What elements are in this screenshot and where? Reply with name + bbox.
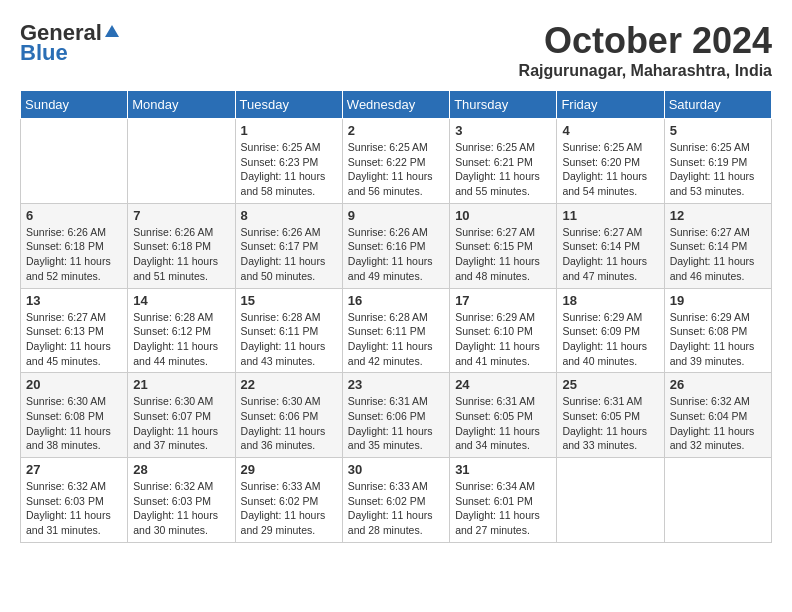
- day-number: 7: [133, 208, 229, 223]
- day-number: 9: [348, 208, 444, 223]
- day-number: 13: [26, 293, 122, 308]
- table-row: 28Sunrise: 6:32 AMSunset: 6:03 PMDayligh…: [128, 458, 235, 543]
- day-info: Sunrise: 6:30 AMSunset: 6:08 PMDaylight:…: [26, 394, 122, 453]
- table-row: 18Sunrise: 6:29 AMSunset: 6:09 PMDayligh…: [557, 288, 664, 373]
- day-info: Sunrise: 6:27 AMSunset: 6:14 PMDaylight:…: [670, 225, 766, 284]
- day-number: 15: [241, 293, 337, 308]
- day-info: Sunrise: 6:26 AMSunset: 6:17 PMDaylight:…: [241, 225, 337, 284]
- table-row: [128, 119, 235, 204]
- table-row: 4Sunrise: 6:25 AMSunset: 6:20 PMDaylight…: [557, 119, 664, 204]
- table-row: 24Sunrise: 6:31 AMSunset: 6:05 PMDayligh…: [450, 373, 557, 458]
- table-row: 27Sunrise: 6:32 AMSunset: 6:03 PMDayligh…: [21, 458, 128, 543]
- table-row: [21, 119, 128, 204]
- day-number: 19: [670, 293, 766, 308]
- table-row: 6Sunrise: 6:26 AMSunset: 6:18 PMDaylight…: [21, 203, 128, 288]
- title-block: October 2024 Rajgurunagar, Maharashtra, …: [519, 20, 772, 80]
- day-number: 29: [241, 462, 337, 477]
- col-monday: Monday: [128, 91, 235, 119]
- table-row: 14Sunrise: 6:28 AMSunset: 6:12 PMDayligh…: [128, 288, 235, 373]
- day-number: 26: [670, 377, 766, 392]
- day-info: Sunrise: 6:33 AMSunset: 6:02 PMDaylight:…: [241, 479, 337, 538]
- day-info: Sunrise: 6:30 AMSunset: 6:07 PMDaylight:…: [133, 394, 229, 453]
- day-number: 11: [562, 208, 658, 223]
- col-wednesday: Wednesday: [342, 91, 449, 119]
- day-info: Sunrise: 6:32 AMSunset: 6:03 PMDaylight:…: [26, 479, 122, 538]
- day-number: 24: [455, 377, 551, 392]
- day-info: Sunrise: 6:34 AMSunset: 6:01 PMDaylight:…: [455, 479, 551, 538]
- table-row: 7Sunrise: 6:26 AMSunset: 6:18 PMDaylight…: [128, 203, 235, 288]
- day-info: Sunrise: 6:26 AMSunset: 6:18 PMDaylight:…: [133, 225, 229, 284]
- table-row: 19Sunrise: 6:29 AMSunset: 6:08 PMDayligh…: [664, 288, 771, 373]
- day-number: 4: [562, 123, 658, 138]
- table-row: 8Sunrise: 6:26 AMSunset: 6:17 PMDaylight…: [235, 203, 342, 288]
- calendar-table: Sunday Monday Tuesday Wednesday Thursday…: [20, 90, 772, 543]
- day-number: 28: [133, 462, 229, 477]
- day-info: Sunrise: 6:28 AMSunset: 6:12 PMDaylight:…: [133, 310, 229, 369]
- calendar-week-row: 20Sunrise: 6:30 AMSunset: 6:08 PMDayligh…: [21, 373, 772, 458]
- table-row: 29Sunrise: 6:33 AMSunset: 6:02 PMDayligh…: [235, 458, 342, 543]
- table-row: 3Sunrise: 6:25 AMSunset: 6:21 PMDaylight…: [450, 119, 557, 204]
- table-row: 26Sunrise: 6:32 AMSunset: 6:04 PMDayligh…: [664, 373, 771, 458]
- table-row: 13Sunrise: 6:27 AMSunset: 6:13 PMDayligh…: [21, 288, 128, 373]
- day-info: Sunrise: 6:31 AMSunset: 6:05 PMDaylight:…: [562, 394, 658, 453]
- day-number: 3: [455, 123, 551, 138]
- table-row: 25Sunrise: 6:31 AMSunset: 6:05 PMDayligh…: [557, 373, 664, 458]
- day-number: 12: [670, 208, 766, 223]
- table-row: 10Sunrise: 6:27 AMSunset: 6:15 PMDayligh…: [450, 203, 557, 288]
- day-info: Sunrise: 6:27 AMSunset: 6:14 PMDaylight:…: [562, 225, 658, 284]
- day-number: 6: [26, 208, 122, 223]
- day-number: 22: [241, 377, 337, 392]
- col-friday: Friday: [557, 91, 664, 119]
- day-number: 23: [348, 377, 444, 392]
- day-number: 1: [241, 123, 337, 138]
- table-row: 30Sunrise: 6:33 AMSunset: 6:02 PMDayligh…: [342, 458, 449, 543]
- day-info: Sunrise: 6:27 AMSunset: 6:15 PMDaylight:…: [455, 225, 551, 284]
- calendar-week-row: 1Sunrise: 6:25 AMSunset: 6:23 PMDaylight…: [21, 119, 772, 204]
- day-info: Sunrise: 6:32 AMSunset: 6:03 PMDaylight:…: [133, 479, 229, 538]
- table-row: 12Sunrise: 6:27 AMSunset: 6:14 PMDayligh…: [664, 203, 771, 288]
- day-info: Sunrise: 6:29 AMSunset: 6:08 PMDaylight:…: [670, 310, 766, 369]
- col-tuesday: Tuesday: [235, 91, 342, 119]
- table-row: 9Sunrise: 6:26 AMSunset: 6:16 PMDaylight…: [342, 203, 449, 288]
- day-number: 10: [455, 208, 551, 223]
- day-number: 16: [348, 293, 444, 308]
- calendar-week-row: 27Sunrise: 6:32 AMSunset: 6:03 PMDayligh…: [21, 458, 772, 543]
- month-title: October 2024: [519, 20, 772, 62]
- day-info: Sunrise: 6:28 AMSunset: 6:11 PMDaylight:…: [348, 310, 444, 369]
- day-info: Sunrise: 6:26 AMSunset: 6:16 PMDaylight:…: [348, 225, 444, 284]
- col-sunday: Sunday: [21, 91, 128, 119]
- table-row: 20Sunrise: 6:30 AMSunset: 6:08 PMDayligh…: [21, 373, 128, 458]
- calendar-week-row: 6Sunrise: 6:26 AMSunset: 6:18 PMDaylight…: [21, 203, 772, 288]
- day-number: 14: [133, 293, 229, 308]
- page-header: General Blue October 2024 Rajgurunagar, …: [20, 20, 772, 80]
- day-number: 30: [348, 462, 444, 477]
- table-row: [664, 458, 771, 543]
- table-row: 23Sunrise: 6:31 AMSunset: 6:06 PMDayligh…: [342, 373, 449, 458]
- table-row: [557, 458, 664, 543]
- logo: General Blue: [20, 20, 120, 66]
- logo-blue-text: Blue: [20, 40, 68, 66]
- day-number: 17: [455, 293, 551, 308]
- calendar-header-row: Sunday Monday Tuesday Wednesday Thursday…: [21, 91, 772, 119]
- day-info: Sunrise: 6:25 AMSunset: 6:19 PMDaylight:…: [670, 140, 766, 199]
- table-row: 21Sunrise: 6:30 AMSunset: 6:07 PMDayligh…: [128, 373, 235, 458]
- location: Rajgurunagar, Maharashtra, India: [519, 62, 772, 80]
- day-info: Sunrise: 6:32 AMSunset: 6:04 PMDaylight:…: [670, 394, 766, 453]
- col-thursday: Thursday: [450, 91, 557, 119]
- day-info: Sunrise: 6:29 AMSunset: 6:10 PMDaylight:…: [455, 310, 551, 369]
- day-number: 2: [348, 123, 444, 138]
- table-row: 11Sunrise: 6:27 AMSunset: 6:14 PMDayligh…: [557, 203, 664, 288]
- day-info: Sunrise: 6:25 AMSunset: 6:23 PMDaylight:…: [241, 140, 337, 199]
- table-row: 16Sunrise: 6:28 AMSunset: 6:11 PMDayligh…: [342, 288, 449, 373]
- day-info: Sunrise: 6:29 AMSunset: 6:09 PMDaylight:…: [562, 310, 658, 369]
- day-info: Sunrise: 6:26 AMSunset: 6:18 PMDaylight:…: [26, 225, 122, 284]
- table-row: 2Sunrise: 6:25 AMSunset: 6:22 PMDaylight…: [342, 119, 449, 204]
- day-number: 25: [562, 377, 658, 392]
- day-number: 8: [241, 208, 337, 223]
- svg-marker-0: [105, 25, 119, 37]
- day-number: 31: [455, 462, 551, 477]
- day-number: 5: [670, 123, 766, 138]
- day-number: 20: [26, 377, 122, 392]
- day-info: Sunrise: 6:25 AMSunset: 6:22 PMDaylight:…: [348, 140, 444, 199]
- logo-triangle-icon: [104, 23, 120, 43]
